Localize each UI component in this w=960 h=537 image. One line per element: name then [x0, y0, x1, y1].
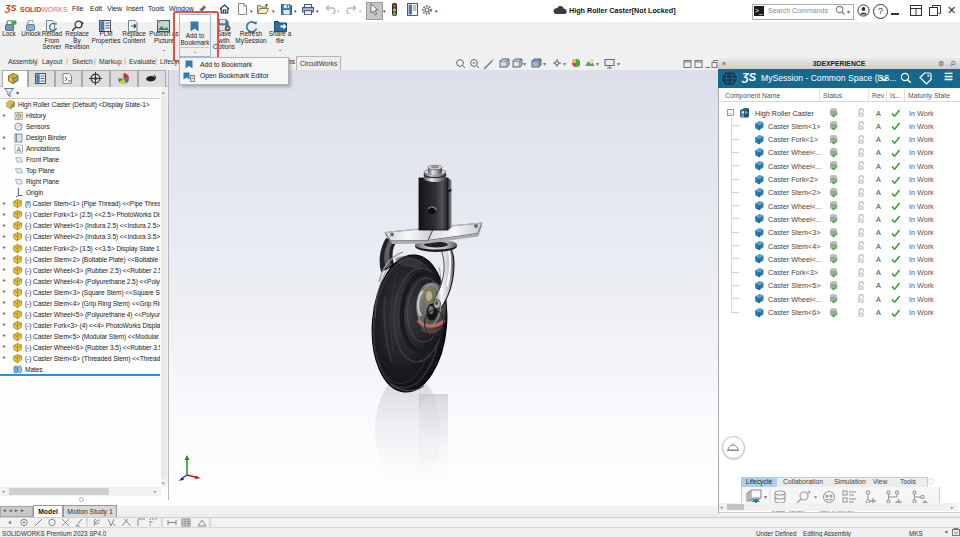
svg-text:▾: ▾ — [764, 494, 767, 500]
svg-text:▾: ▾ — [617, 61, 620, 67]
svg-text:▾: ▾ — [543, 61, 546, 67]
svg-text:▾: ▾ — [523, 61, 526, 67]
svg-text:▾: ▾ — [563, 61, 566, 67]
svg-text:▾: ▾ — [596, 61, 599, 67]
svg-text:▾: ▾ — [814, 494, 817, 500]
